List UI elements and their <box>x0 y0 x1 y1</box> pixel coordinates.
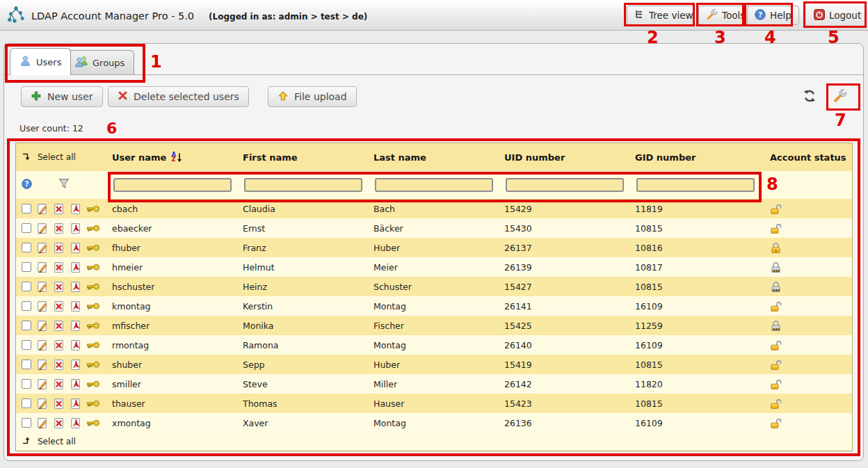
logout-button[interactable]: Logout <box>807 6 868 25</box>
edit-user-icon[interactable] <box>36 203 48 215</box>
delete-user-icon[interactable] <box>53 398 65 410</box>
cell-user-name[interactable]: hmeier <box>111 262 241 273</box>
pdf-export-icon[interactable] <box>70 203 81 215</box>
pdf-export-icon[interactable] <box>70 359 81 371</box>
column-header-last-name[interactable]: Last name <box>372 152 503 163</box>
tab-groups[interactable]: Groups <box>65 50 134 74</box>
row-select-checkbox[interactable] <box>22 262 31 272</box>
change-password-key-icon[interactable] <box>86 224 100 233</box>
edit-user-icon[interactable] <box>36 223 48 234</box>
refresh-icon[interactable] <box>803 90 816 105</box>
filter-last-name-input[interactable] <box>375 178 493 192</box>
tools-button[interactable]: Tools <box>698 6 753 25</box>
pdf-export-icon[interactable] <box>70 223 81 234</box>
edit-user-icon[interactable] <box>36 339 48 351</box>
edit-user-icon[interactable] <box>36 300 48 312</box>
edit-user-icon[interactable] <box>36 378 48 390</box>
column-header-uid-number[interactable]: UID number <box>503 152 634 163</box>
row-select-checkbox[interactable] <box>22 282 31 291</box>
column-header-account-status[interactable]: Account status <box>764 152 852 163</box>
edit-user-icon[interactable] <box>36 398 48 410</box>
row-select-checkbox[interactable] <box>22 223 31 233</box>
cell-user-name[interactable]: fhuber <box>111 243 241 253</box>
edit-user-icon[interactable] <box>36 281 48 293</box>
delete-user-icon[interactable] <box>53 339 65 351</box>
change-password-key-icon[interactable] <box>86 360 100 369</box>
edit-user-icon[interactable] <box>36 320 48 332</box>
tab-users[interactable]: Users <box>10 48 71 75</box>
delete-user-icon[interactable] <box>53 417 65 429</box>
cell-user-name[interactable]: ebaecker <box>111 223 241 234</box>
cell-user-name[interactable]: kmontag <box>111 301 241 312</box>
row-select-checkbox[interactable] <box>22 360 31 369</box>
delete-user-icon[interactable] <box>53 320 65 332</box>
delete-user-icon[interactable] <box>53 242 65 254</box>
pdf-export-icon[interactable] <box>70 417 81 429</box>
pdf-export-icon[interactable] <box>70 378 81 390</box>
change-password-key-icon[interactable] <box>86 399 100 408</box>
pdf-export-icon[interactable] <box>70 261 81 273</box>
sort-az-icon[interactable]: AZ <box>171 152 176 162</box>
change-password-key-icon[interactable] <box>86 419 100 428</box>
row-select-checkbox[interactable] <box>22 379 31 389</box>
cell-user-name[interactable]: cbach <box>111 204 241 214</box>
change-password-key-icon[interactable] <box>86 341 100 350</box>
cell-user-name[interactable]: hschuster <box>111 282 241 292</box>
filter-gid-number-input[interactable] <box>636 178 755 192</box>
pdf-export-icon[interactable] <box>70 398 81 410</box>
row-select-checkbox[interactable] <box>22 204 31 213</box>
row-select-checkbox[interactable] <box>22 418 31 428</box>
edit-user-icon[interactable] <box>36 417 48 429</box>
delete-user-icon[interactable] <box>53 300 65 312</box>
cell-user-name[interactable]: thauser <box>111 398 241 409</box>
row-select-checkbox[interactable] <box>22 398 31 408</box>
row-select-checkbox[interactable] <box>22 321 31 330</box>
delete-user-icon[interactable] <box>53 378 65 390</box>
row-select-checkbox[interactable] <box>22 301 31 311</box>
row-select-checkbox[interactable] <box>22 340 31 350</box>
change-password-key-icon[interactable] <box>86 321 100 330</box>
filter-uid-number-input[interactable] <box>506 178 624 192</box>
pdf-export-icon[interactable] <box>70 320 81 332</box>
delete-user-icon[interactable] <box>53 261 65 273</box>
cell-first-name: Ernst <box>241 223 372 234</box>
cell-user-name[interactable]: shuber <box>111 360 241 370</box>
pdf-export-icon[interactable] <box>70 281 81 293</box>
change-password-key-icon[interactable] <box>86 243 100 252</box>
row-select-checkbox[interactable] <box>22 243 31 252</box>
select-all-top[interactable]: Select all <box>16 152 111 163</box>
file-upload-button[interactable]: File upload <box>268 86 357 107</box>
delete-selected-users-button[interactable]: Delete selected users <box>108 86 249 107</box>
help-button[interactable]: ? Help <box>747 6 799 25</box>
filter-help-icon[interactable]: ? <box>22 179 32 192</box>
change-password-key-icon[interactable] <box>86 204 100 213</box>
edit-user-icon[interactable] <box>36 261 48 273</box>
change-password-key-icon[interactable] <box>86 282 100 291</box>
pdf-export-icon[interactable] <box>70 339 81 351</box>
delete-user-icon[interactable] <box>53 281 65 293</box>
column-header-user-name[interactable]: User name AZ <box>111 152 241 163</box>
cell-user-name[interactable]: mfischer <box>111 321 241 331</box>
list-settings-wrench-icon[interactable] <box>833 88 847 106</box>
filter-first-name-input[interactable] <box>244 178 362 192</box>
pdf-export-icon[interactable] <box>70 242 81 254</box>
cell-user-name[interactable]: xmontag <box>111 418 241 428</box>
change-password-key-icon[interactable] <box>86 380 100 389</box>
filter-user-name-input[interactable] <box>113 178 232 192</box>
tree-view-button[interactable]: Tree view <box>627 6 701 25</box>
apply-filter-icon[interactable] <box>58 178 70 192</box>
column-header-gid-number[interactable]: GID number <box>634 152 764 163</box>
cell-user-name[interactable]: smiller <box>111 379 241 389</box>
cell-user-name[interactable]: rmontag <box>111 340 241 350</box>
pdf-export-icon[interactable] <box>70 300 81 312</box>
change-password-key-icon[interactable] <box>86 263 100 272</box>
delete-user-icon[interactable] <box>53 203 65 215</box>
new-user-button[interactable]: New user <box>21 86 103 107</box>
delete-user-icon[interactable] <box>53 359 65 371</box>
delete-user-icon[interactable] <box>53 223 65 234</box>
column-header-first-name[interactable]: First name <box>241 152 372 163</box>
select-all-bottom[interactable]: Select all <box>16 433 852 451</box>
change-password-key-icon[interactable] <box>86 302 100 311</box>
edit-user-icon[interactable] <box>36 242 48 254</box>
edit-user-icon[interactable] <box>36 359 48 371</box>
